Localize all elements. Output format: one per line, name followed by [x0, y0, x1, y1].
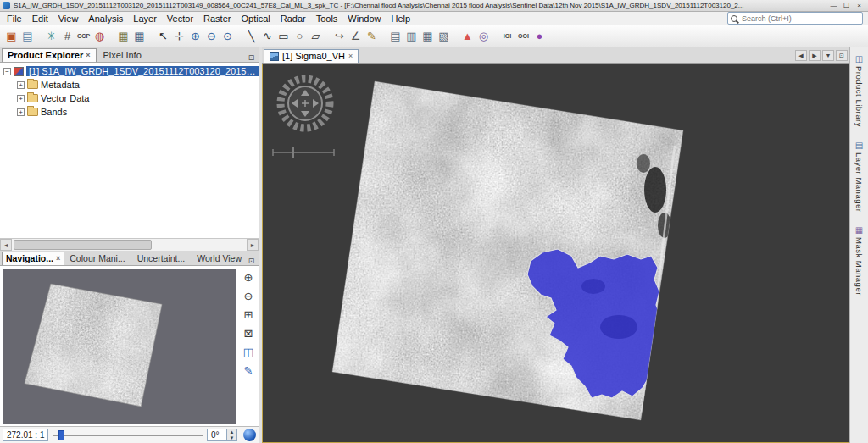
navigation-thumbnail[interactable] — [3, 269, 236, 424]
menu-item[interactable]: Layer — [128, 14, 162, 24]
minimize-button[interactable]: — — [827, 0, 840, 11]
menu-item[interactable]: Radar — [275, 14, 311, 24]
pan-tool-icon[interactable]: ⊹ — [171, 28, 187, 44]
rectangle-tool-icon[interactable]: ▭ — [275, 28, 292, 44]
search-input[interactable] — [740, 14, 860, 24]
histogram-icon[interactable]: ▦ — [420, 28, 436, 44]
nav-zoom-in-icon[interactable]: ⊕ — [241, 269, 256, 285]
tree-node[interactable]: + Vector Data — [0, 91, 259, 105]
menu-item[interactable]: Raster — [198, 14, 236, 24]
image-view[interactable] — [262, 64, 849, 443]
tabs-list-icon[interactable]: ▼ — [822, 50, 834, 61]
panel-tab[interactable]: Uncertaint... — [133, 252, 192, 265]
world-map-icon[interactable]: ◍ — [92, 28, 108, 44]
expander-icon[interactable]: − — [3, 68, 11, 75]
scroll-left-icon[interactable]: ◄ — [0, 239, 12, 251]
menu-item[interactable]: Tools — [311, 14, 343, 24]
document-tab[interactable]: [1] Sigma0_VH × — [264, 49, 359, 63]
zoom-in-tool-icon[interactable]: ⊕ — [187, 28, 203, 44]
float-window-icon[interactable]: ⊡ — [246, 257, 257, 265]
menu-item[interactable]: File — [2, 14, 27, 24]
menu-item[interactable]: Edit — [27, 14, 53, 24]
tabs-scroll-left-icon[interactable]: ◀ — [795, 50, 807, 61]
tree-hscrollbar[interactable]: ◄ ► — [0, 238, 259, 251]
sync-views-icon[interactable]: ◎ — [476, 28, 492, 44]
tree-node-product[interactable]: − [1] S1A_IW_GRDH_1SDV_20151112T003120_2… — [0, 64, 259, 78]
line-tool-icon[interactable]: ╲ — [243, 28, 259, 44]
gcp-manager-icon[interactable]: GCP — [75, 28, 92, 44]
expander-icon[interactable]: + — [17, 108, 25, 116]
dock-tab[interactable]: ◫ Product Library — [854, 54, 864, 127]
zoom-ratio-field[interactable]: 272.01 : 1 — [3, 429, 48, 441]
zoom-gcp-tool-icon[interactable]: ⊙ — [220, 28, 236, 44]
export-image-icon[interactable]: ▦ — [131, 28, 147, 44]
zoom-slider[interactable] — [53, 429, 203, 441]
globe-icon[interactable] — [243, 429, 256, 441]
nav-sync-cursor-icon[interactable]: ✎ — [241, 363, 256, 378]
menu-item[interactable]: View — [53, 14, 84, 24]
panel-tab[interactable]: Product Explorer × — [2, 48, 97, 62]
panel-tab-label: Navigatio... — [6, 253, 53, 263]
panel-tab[interactable]: Colour Mani... — [65, 252, 131, 265]
nav-zoom-out-icon[interactable]: ⊖ — [241, 288, 256, 303]
dock-tab[interactable]: ▤ Layer Manager — [854, 141, 864, 212]
tab-close-icon[interactable]: × — [86, 51, 90, 59]
panel-tab[interactable]: World View — [192, 252, 248, 265]
menu-item[interactable]: Help — [386, 14, 415, 24]
menu-item[interactable]: Optical — [236, 14, 275, 24]
nav-zoom-window-icon[interactable]: ⊞ — [241, 307, 256, 322]
search-box[interactable] — [727, 12, 863, 25]
menu-item[interactable]: Analysis — [83, 14, 128, 24]
tab-close-icon[interactable]: × — [56, 254, 60, 263]
nav-sync-views-icon[interactable]: ◫ — [241, 344, 256, 359]
expander-icon[interactable]: + — [17, 95, 25, 102]
geo-operator-icon[interactable]: ✳ — [43, 28, 59, 44]
maximize-button[interactable]: ☐ — [840, 0, 853, 11]
panel-tab-label: Colour Mani... — [70, 253, 125, 263]
scroll-track[interactable] — [12, 239, 247, 251]
panel-tab[interactable]: Pixel Info — [97, 48, 150, 62]
polygon-tool-icon[interactable]: ▱ — [308, 28, 324, 44]
ellipse-tool-icon[interactable]: ○ — [292, 28, 308, 44]
spin-down-icon[interactable]: ▼ — [227, 435, 236, 441]
scroll-right-icon[interactable]: ► — [247, 239, 259, 251]
tabs-scroll-right-icon[interactable]: ▶ — [809, 50, 821, 61]
menu-item[interactable]: Window — [342, 14, 386, 24]
ooi-button[interactable]: OOI — [515, 28, 531, 44]
panel-tab[interactable]: Navigatio... × — [2, 252, 64, 265]
table-view-icon[interactable]: ▤ — [387, 28, 403, 44]
colour-manipulation-icon[interactable]: ▲ — [459, 28, 476, 44]
search-icon — [731, 15, 737, 22]
save-product-icon[interactable]: ▤ — [19, 28, 36, 44]
statistics-icon[interactable]: ▥ — [403, 28, 420, 44]
dock-tab[interactable]: ▦ Mask Manager — [854, 225, 864, 296]
tree-node[interactable]: + Metadata — [0, 78, 259, 91]
open-product-icon[interactable]: ▣ — [3, 28, 19, 44]
polyline-tool-icon[interactable]: ∿ — [259, 28, 275, 44]
float-window-icon[interactable]: ⊡ — [246, 53, 257, 62]
zoom-slider-thumb[interactable] — [58, 430, 64, 440]
nav-zoom-all-icon[interactable]: ⊠ — [241, 325, 256, 341]
product-tree: − [1] S1A_IW_GRDH_1SDV_20151112T003120_2… — [0, 63, 259, 238]
info-sphere-icon[interactable]: ● — [531, 28, 548, 44]
scatter-plot-icon[interactable]: ▧ — [436, 28, 452, 44]
maximize-view-icon[interactable]: ⊡ — [836, 50, 848, 61]
expander-icon[interactable]: + — [17, 81, 25, 89]
compass-control[interactable] — [268, 68, 342, 163]
pencil-tool-icon[interactable]: ✎ — [364, 28, 380, 44]
menu-item[interactable]: Vector — [162, 14, 198, 24]
ioi-button[interactable]: IOI — [499, 28, 515, 44]
measure-tool-icon[interactable]: ∠ — [348, 28, 364, 44]
import-mask-icon[interactable]: ↪ — [331, 28, 348, 44]
close-button[interactable]: × — [853, 0, 865, 11]
tie-point-grid-icon[interactable]: # — [59, 28, 75, 44]
rotation-spinner[interactable]: 0° ▲ ▼ — [207, 429, 237, 441]
export-view-icon[interactable]: ▦ — [115, 28, 131, 44]
sar-image[interactable] — [263, 64, 849, 442]
tab-close-icon[interactable]: × — [348, 52, 353, 60]
tree-node[interactable]: + Bands — [0, 105, 259, 119]
zoom-out-tool-icon[interactable]: ⊖ — [203, 28, 220, 44]
select-tool-icon[interactable]: ↖ — [155, 28, 171, 44]
dock-tab-label: Layer Manager — [854, 152, 864, 212]
scroll-thumb[interactable] — [14, 240, 152, 250]
